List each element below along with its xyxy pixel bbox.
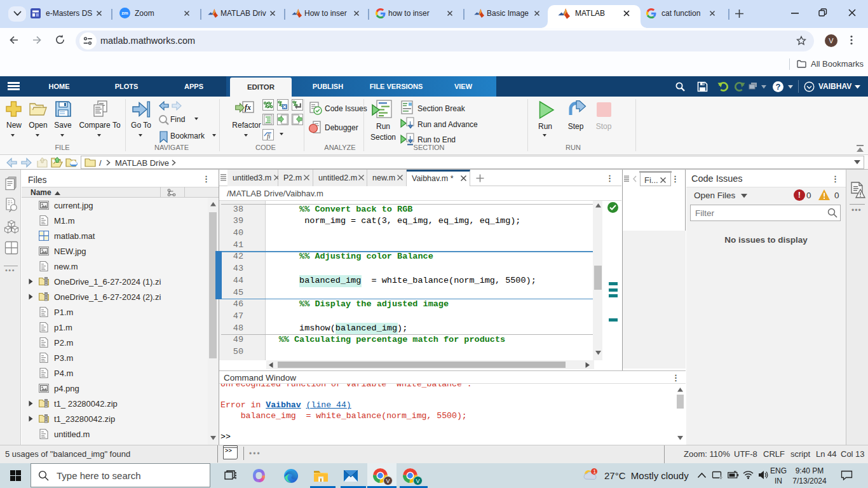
svg-text:fx: fx: [245, 103, 251, 112]
svg-text:1: 1: [593, 468, 596, 475]
svg-text:fi: fi: [267, 133, 271, 140]
